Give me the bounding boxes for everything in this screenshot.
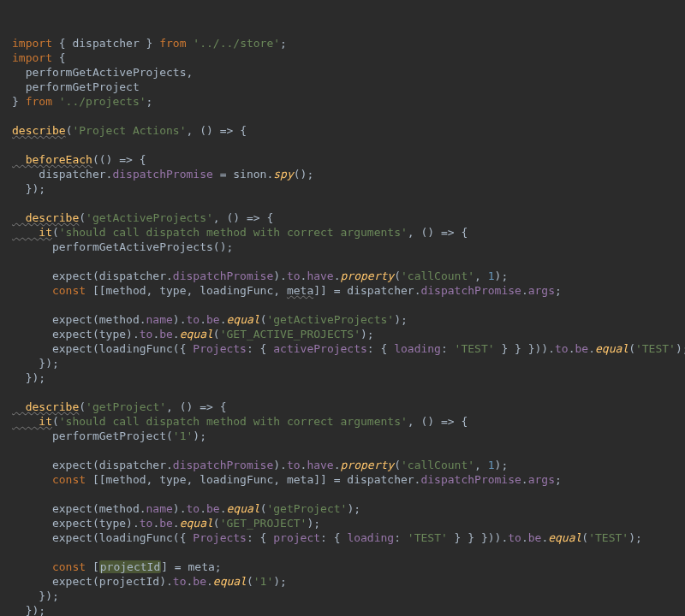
t: ( (247, 575, 253, 588)
t: . (521, 531, 528, 544)
prop: to (555, 342, 569, 355)
t: . (173, 328, 180, 341)
code-editor-pane[interactable]: { "code": { "l01_a":"import","l01_b":" {… (0, 0, 685, 616)
t: , () => { (213, 211, 273, 224)
prop: loading (347, 531, 394, 544)
t: : { (320, 531, 347, 544)
t: ( (213, 517, 220, 530)
fn-equal: equal (180, 328, 213, 341)
t: }); (12, 371, 45, 384)
t: ; (555, 284, 562, 297)
t: ; (555, 473, 562, 486)
t: dispatcher. (12, 168, 112, 181)
prop: to (187, 313, 200, 326)
t: ( (213, 328, 220, 341)
t: performGetProject (12, 80, 140, 93)
t: { (52, 51, 66, 64)
t: : { (367, 342, 394, 355)
t: . (334, 270, 341, 282)
t: ); (628, 531, 642, 544)
str: 'getActiveProjects' (266, 313, 394, 326)
t: ( (581, 531, 588, 544)
t: . (334, 459, 341, 471)
t: ( (79, 400, 86, 413)
prop: to (140, 328, 153, 341)
prop: be (193, 575, 206, 588)
prop: project (273, 531, 320, 544)
t: . (173, 517, 180, 530)
t: , (474, 270, 488, 282)
prop: dispatchPromise (420, 473, 521, 486)
kw-import: import (12, 37, 52, 50)
prop: to (287, 459, 301, 471)
kw-from: from (159, 37, 193, 50)
prop: activeProjects (273, 342, 367, 355)
code-block[interactable]: import { dispatcher } from '../../store'… (12, 36, 673, 616)
t: : (441, 342, 455, 355)
fn-describe: describe (12, 400, 79, 413)
fn-beforeEach: beforeEach (12, 153, 92, 166)
t: expect(method. (12, 313, 146, 326)
t: , () => { (408, 415, 468, 428)
t: ); (193, 429, 206, 442)
unused-var: meta (287, 284, 313, 297)
fn-equal: equal (548, 531, 581, 544)
t: [ (92, 560, 99, 573)
t: : (394, 531, 408, 544)
t: }); (12, 182, 45, 195)
t: ; (280, 37, 287, 50)
str: 'callCount' (401, 459, 474, 471)
t: , () => { (408, 226, 468, 239)
prop: args (528, 473, 555, 486)
fn-equal: equal (213, 575, 247, 588)
str: 'Project Actions' (72, 124, 186, 137)
str: 'callCount' (401, 270, 474, 282)
t: ). (173, 313, 187, 326)
t: . (521, 284, 528, 297)
fn-equal: equal (595, 342, 628, 355)
t: ). (273, 270, 287, 282)
t: expect(type). (12, 517, 140, 530)
t: } (12, 95, 26, 108)
prop: to (173, 575, 187, 588)
prop: dispatchPromise (173, 459, 273, 471)
t: ); (273, 575, 287, 588)
fn-it: it (12, 226, 52, 239)
str: 'should call dispatch method with correc… (59, 415, 408, 428)
t: . (588, 342, 595, 355)
t: ); (676, 342, 685, 355)
t: expect(type). (12, 328, 140, 341)
str: '../../store' (193, 37, 280, 50)
str: 'getActiveProjects' (86, 211, 213, 224)
prop: have (307, 459, 333, 471)
fn-it: it (12, 415, 52, 428)
fn-describe: describe (12, 211, 79, 224)
t: ; (146, 95, 153, 108)
t: }); (12, 589, 59, 602)
prop: loading (394, 342, 441, 355)
prop: dispatchPromise (112, 168, 212, 181)
t: ); (360, 328, 374, 341)
t: . (569, 342, 575, 355)
kw-const: const (52, 284, 92, 297)
t: ). (173, 502, 187, 515)
fn-equal: equal (226, 313, 259, 326)
num: 1 (488, 459, 495, 471)
t: }); (12, 357, 59, 370)
kw-from: from (26, 95, 59, 108)
str: '1' (253, 575, 273, 588)
t: . (200, 313, 206, 326)
prop: Projects (193, 342, 247, 355)
t: ( (628, 342, 635, 355)
fn-describe: describe (12, 124, 66, 137)
t: [[method, type, loadingFunc, meta]] = di… (92, 473, 421, 486)
str: '../projects' (59, 95, 146, 108)
t: , () => { (166, 400, 226, 413)
fn: property (341, 459, 395, 471)
t: [[method, type, loadingFunc, (92, 284, 287, 297)
t: . (206, 575, 213, 588)
t: }); (12, 604, 45, 616)
t: expect(method. (12, 502, 146, 515)
prop: be (206, 502, 220, 515)
t: , (474, 459, 488, 471)
